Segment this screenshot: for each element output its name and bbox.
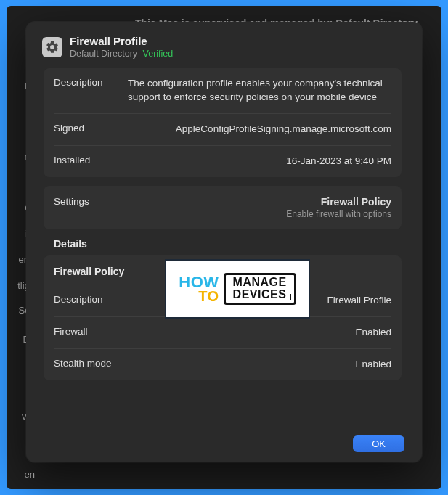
settings-card: Settings Firewall Policy Enable firewall… bbox=[44, 186, 402, 229]
info-row-description: Description The configuration profile en… bbox=[54, 68, 391, 114]
row-value: The configuration profile enables your c… bbox=[128, 77, 391, 105]
details-card: Firewall Policy Description Firewall Pro… bbox=[44, 255, 402, 380]
ok-button[interactable]: OK bbox=[353, 435, 404, 452]
details-heading: Details bbox=[54, 238, 409, 250]
details-row: Stealth mode Enabled bbox=[54, 349, 391, 380]
verified-badge: Verified bbox=[143, 49, 174, 59]
row-label: Stealth mode bbox=[54, 358, 345, 369]
profile-detail-sheet: Firewall Profile Default Directory Verif… bbox=[26, 22, 422, 462]
sheet-scroll-area[interactable]: Firewall Profile Default Directory Verif… bbox=[36, 35, 412, 428]
gear-icon bbox=[45, 40, 60, 54]
info-row-signed: Signed AppleConfigProfileSigning.manage.… bbox=[54, 114, 391, 146]
row-value: Firewall Profile bbox=[327, 294, 391, 308]
profile-header-text: Firewall Profile Default Directory Verif… bbox=[70, 35, 173, 60]
settings-subtitle: Enable firewall with options bbox=[286, 209, 391, 219]
profile-info-card: Description The configuration profile en… bbox=[44, 68, 402, 177]
row-value: 16-Jan-2023 at 9:40 PM bbox=[128, 155, 391, 168]
settings-label: Settings bbox=[54, 196, 118, 207]
profile-org: Default Directory bbox=[70, 49, 137, 59]
row-label: Description bbox=[54, 294, 317, 305]
row-label: Description bbox=[54, 77, 118, 88]
row-label: Installed bbox=[54, 155, 118, 165]
row-value: Enabled bbox=[355, 326, 391, 340]
profile-header: Firewall Profile Default Directory Verif… bbox=[36, 35, 409, 68]
settings-value: Firewall Policy Enable firewall with opt… bbox=[286, 196, 391, 219]
profile-gear-icon bbox=[42, 37, 62, 57]
settings-row[interactable]: Settings Firewall Policy Enable firewall… bbox=[54, 186, 391, 229]
details-policy-title: Firewall Policy bbox=[54, 255, 391, 285]
sheet-footer: OK bbox=[36, 428, 412, 452]
profile-subtitle: Default Directory Verified bbox=[70, 49, 173, 60]
settings-title: Firewall Policy bbox=[286, 196, 391, 208]
row-value: Enabled bbox=[355, 358, 391, 372]
row-label: Firewall bbox=[54, 326, 345, 337]
row-value: AppleConfigProfileSigning.manage.microso… bbox=[128, 123, 391, 136]
details-row: Description Firewall Profile bbox=[54, 285, 391, 317]
profile-title: Firewall Profile bbox=[70, 35, 173, 49]
details-row: Firewall Enabled bbox=[54, 317, 391, 349]
info-row-installed: Installed 16-Jan-2023 at 9:40 PM bbox=[54, 146, 391, 177]
row-label: Signed bbox=[54, 123, 118, 134]
sidebar-fragment: en bbox=[25, 469, 35, 480]
